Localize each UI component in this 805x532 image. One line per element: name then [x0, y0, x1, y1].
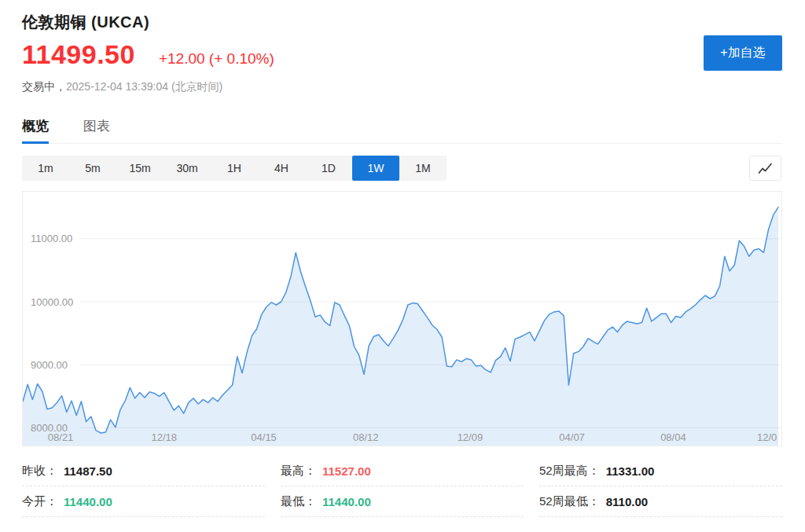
price-area-chart[interactable]: 8000.009000.0010000.0011000.0008/2112/18… — [22, 191, 782, 446]
trading-status: 交易中，2025-12-04 13:39:04 (北京时间) — [22, 80, 222, 94]
price-block: 11499.50 +12.00 (+ 0.10%) — [22, 39, 274, 70]
range-button-1m-month[interactable]: 1M — [399, 156, 447, 181]
page-title: 伦敦期铜 (UKCA) — [22, 12, 149, 33]
svg-text:9000.00: 9000.00 — [31, 359, 68, 371]
price-change: +12.00 (+ 0.10%) — [159, 50, 274, 68]
quote-stats: 昨收： 11487.50 最高： 11527.00 52周最高： 11331.0… — [22, 456, 782, 517]
svg-text:08/21: 08/21 — [48, 431, 74, 443]
svg-text:04/15: 04/15 — [251, 431, 277, 443]
time-range-bar: 1m 5m 15m 30m 1H 4H 1D 1W 1M — [22, 156, 447, 181]
active-tab-underline — [22, 141, 49, 144]
svg-text:04/07: 04/07 — [559, 431, 585, 443]
tab-chart[interactable]: 图表 — [83, 117, 110, 143]
stat-day-high: 最高： 11527.00 — [281, 456, 524, 486]
svg-text:08/04: 08/04 — [660, 431, 686, 443]
svg-text:12/09: 12/09 — [458, 431, 483, 443]
range-button-1d[interactable]: 1D — [305, 156, 352, 181]
last-price: 11499.50 — [22, 39, 135, 70]
svg-text:12/18: 12/18 — [151, 431, 177, 443]
stat-open: 今开： 11440.00 — [22, 486, 265, 517]
tab-bar: 概览 图表 — [22, 117, 782, 144]
trend-line-icon — [758, 163, 773, 174]
stat-52w-low: 52周最低： 8110.00 — [539, 486, 782, 517]
range-button-5m[interactable]: 5m — [69, 156, 116, 181]
add-watchlist-button[interactable]: +加自选 — [704, 35, 782, 71]
svg-text:08/12: 08/12 — [353, 431, 379, 443]
svg-text:10000.00: 10000.00 — [31, 296, 73, 308]
range-button-1m[interactable]: 1m — [22, 156, 69, 181]
tab-overview[interactable]: 概览 — [22, 117, 49, 143]
range-button-15m[interactable]: 15m — [116, 156, 164, 181]
quote-timestamp: 2025-12-04 13:39:04 (北京时间) — [66, 80, 222, 93]
range-button-1h[interactable]: 1H — [211, 156, 258, 181]
svg-text:12/0: 12/0 — [757, 431, 777, 443]
trading-status-label: 交易中， — [22, 80, 66, 93]
stat-52w-high: 52周最高： 11331.00 — [539, 456, 782, 486]
svg-text:11000.00: 11000.00 — [31, 233, 72, 244]
stat-day-low: 最低： 11440.00 — [281, 486, 524, 517]
range-button-30m[interactable]: 30m — [164, 156, 211, 181]
range-button-1w[interactable]: 1W — [352, 156, 399, 181]
chart-type-button[interactable] — [749, 156, 781, 181]
stat-prev-close: 昨收： 11487.50 — [22, 456, 265, 486]
range-button-4h[interactable]: 4H — [258, 156, 305, 181]
